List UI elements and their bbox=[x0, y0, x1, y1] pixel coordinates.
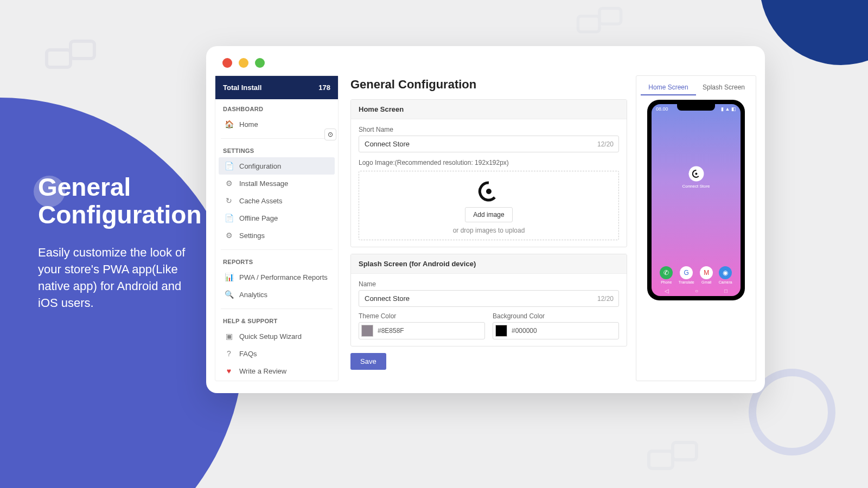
theme-swatch bbox=[361, 325, 373, 337]
window-controls bbox=[206, 46, 765, 75]
sidebar-item-install-message[interactable]: ⚙Install Message bbox=[219, 175, 335, 192]
splash-screen-card: Splash Screen (for Android device) Name … bbox=[350, 254, 627, 346]
sidebar-label: FAQs bbox=[239, 350, 257, 358]
divider bbox=[221, 249, 333, 250]
bg-swatch bbox=[495, 325, 507, 337]
phone-app-label: Connect Store bbox=[682, 183, 710, 188]
drop-hint: or drop images to upload bbox=[365, 227, 613, 234]
sidebar-label: Install Message bbox=[239, 179, 288, 188]
sidebar-item-settings[interactable]: ⚙Settings bbox=[219, 227, 335, 244]
section-dashboard: DASHBOARD bbox=[215, 99, 338, 115]
splash-name-label: Name bbox=[359, 280, 619, 288]
marketing-title: GeneralConfiguration bbox=[38, 174, 201, 228]
sidebar-item-performance[interactable]: 📊PWA / Performance Reports bbox=[219, 268, 335, 286]
collapse-sidebar-button[interactable]: ⊙ bbox=[324, 129, 336, 140]
svg-point-7 bbox=[695, 172, 697, 175]
theme-color-input[interactable]: #8E858F bbox=[359, 322, 485, 339]
settings-icon: ⚙ bbox=[224, 230, 234, 240]
bg-color-input[interactable]: #000000 bbox=[493, 322, 619, 339]
home-screen-card: Home Screen Short Name 12/20 Logo Image:… bbox=[350, 99, 627, 247]
theme-color-value: #8E858F bbox=[378, 327, 404, 335]
logo-dropzone[interactable]: Add image or drop images to upload bbox=[359, 171, 619, 240]
close-dot[interactable] bbox=[222, 58, 232, 68]
phone-time: 08.00 bbox=[656, 106, 668, 112]
card-header-home: Home Screen bbox=[351, 100, 627, 119]
phone-mockup: 08.00 ▮ ▲ ◧ Connect Store ✆Phone GTransl… bbox=[647, 100, 745, 300]
sidebar-item-wizard[interactable]: ▣Quick Setup Wizard bbox=[219, 328, 335, 345]
dock-label: Translate bbox=[679, 280, 694, 284]
sidebar-item-analytics[interactable]: 🔍Analytics bbox=[219, 286, 335, 303]
short-name-counter: 12/20 bbox=[597, 140, 614, 148]
svg-rect-5 bbox=[673, 442, 697, 460]
decor-link-icon bbox=[575, 5, 624, 35]
total-install-bar: Total Install 178 bbox=[215, 76, 338, 99]
svg-point-6 bbox=[486, 189, 492, 194]
bg-color-label: Background Color bbox=[493, 312, 619, 320]
phone-dock: ✆Phone GTranslate MGmail ◉Camera bbox=[652, 266, 741, 284]
minimize-dot[interactable] bbox=[239, 58, 248, 68]
add-image-button[interactable]: Add image bbox=[465, 207, 512, 222]
svg-rect-1 bbox=[71, 41, 94, 59]
config-icon: 📄 bbox=[224, 161, 234, 171]
sidebar-item-configuration[interactable]: 📄Configuration bbox=[219, 157, 335, 175]
home-icon: 🏠 bbox=[224, 119, 234, 129]
bg-circle-topright bbox=[760, 0, 868, 65]
splash-name-counter: 12/20 bbox=[597, 295, 614, 303]
help-icon: ? bbox=[224, 349, 234, 358]
sidebar-label: Analytics bbox=[239, 291, 267, 299]
save-button[interactable]: Save bbox=[350, 353, 386, 370]
dock-label: Camera bbox=[719, 280, 732, 284]
splash-name-input[interactable] bbox=[359, 290, 619, 307]
wizard-icon: ▣ bbox=[224, 331, 234, 341]
sidebar-label: PWA / Performance Reports bbox=[239, 273, 328, 281]
preview-panel: Home Screen Splash Screen 08.00 ▮ ▲ ◧ Co… bbox=[636, 75, 756, 381]
decor-link-icon bbox=[43, 38, 98, 70]
divider bbox=[221, 138, 333, 139]
camera-icon: ◉ bbox=[719, 266, 732, 279]
sidebar-item-faqs[interactable]: ?FAQs bbox=[219, 345, 335, 362]
decor-link-icon bbox=[646, 439, 700, 472]
short-name-input[interactable] bbox=[359, 136, 619, 152]
sidebar-item-home[interactable]: 🏠Home bbox=[219, 115, 335, 133]
sidebar-item-cache-assets[interactable]: ↻Cache Assets bbox=[219, 192, 335, 209]
page-icon: 📄 bbox=[224, 213, 234, 223]
sidebar-label: Cache Assets bbox=[239, 197, 283, 205]
phone-navbar: ◁ ○ □ bbox=[652, 288, 741, 294]
maximize-dot[interactable] bbox=[255, 58, 265, 68]
theme-color-label: Theme Color bbox=[359, 312, 485, 320]
short-name-label: Short Name bbox=[359, 126, 619, 133]
install-count: 178 bbox=[318, 84, 330, 92]
gmail-icon: M bbox=[700, 266, 713, 279]
phone-notch bbox=[677, 104, 715, 111]
section-reports: REPORTS bbox=[215, 252, 338, 268]
svg-rect-2 bbox=[578, 16, 599, 32]
signal-icon: ▮ ▲ ◧ bbox=[721, 106, 736, 112]
tab-home-screen[interactable]: Home Screen bbox=[641, 80, 696, 95]
marketing-desc: Easily customize the look of your store'… bbox=[38, 245, 201, 311]
logo-preview bbox=[477, 180, 500, 203]
tab-splash-screen[interactable]: Splash Screen bbox=[696, 80, 751, 95]
card-header-splash: Splash Screen (for Android device) bbox=[351, 254, 627, 274]
svg-rect-0 bbox=[47, 50, 71, 67]
dock-label: Phone bbox=[660, 280, 673, 284]
svg-rect-3 bbox=[599, 8, 621, 24]
gear-icon: ⚙ bbox=[224, 178, 234, 188]
dock-label: Gmail bbox=[700, 280, 713, 284]
sidebar-label: Write a Review bbox=[239, 367, 286, 375]
sidebar-label: Home bbox=[239, 120, 258, 129]
phone-icon: ✆ bbox=[660, 266, 673, 279]
sidebar-label: Configuration bbox=[239, 162, 281, 170]
chart-icon: 📊 bbox=[224, 272, 234, 282]
sidebar-item-review[interactable]: ♥Write a Review bbox=[219, 362, 335, 380]
marketing-panel: GeneralConfiguration Easily customize th… bbox=[38, 174, 201, 311]
refresh-icon: ↻ bbox=[224, 196, 234, 206]
analytics-icon: 🔍 bbox=[224, 290, 234, 299]
sidebar-label: Settings bbox=[239, 232, 265, 240]
sidebar: Total Install 178 DASHBOARD 🏠Home SETTIN… bbox=[215, 75, 339, 381]
sidebar-item-offline-page[interactable]: 📄Offline Page bbox=[219, 209, 335, 227]
svg-rect-4 bbox=[649, 451, 673, 468]
page-title: General Configuration bbox=[350, 78, 627, 92]
nav-home-icon: ○ bbox=[695, 288, 698, 294]
heart-icon: ♥ bbox=[224, 366, 234, 376]
bg-color-value: #000000 bbox=[512, 327, 537, 335]
